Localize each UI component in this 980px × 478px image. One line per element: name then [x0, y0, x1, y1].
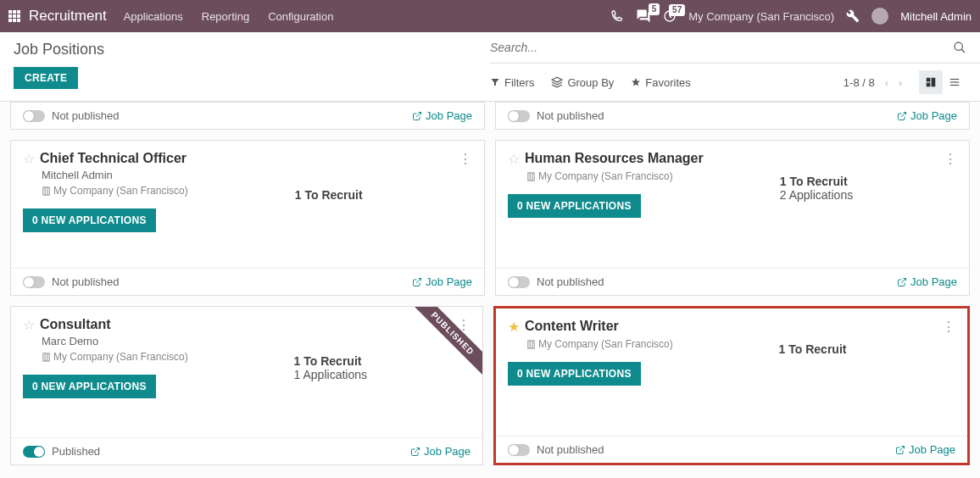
publish-status: Not published [537, 275, 604, 288]
job-page-link[interactable]: Job Page [410, 445, 471, 458]
publish-status: Published [52, 445, 100, 458]
svg-rect-12 [43, 186, 49, 194]
new-applications-button[interactable]: 0 NEW APPLICATIONS [23, 208, 156, 232]
card-menu-icon[interactable]: ⋮ [944, 151, 957, 167]
activity-icon[interactable]: 57 [663, 9, 677, 23]
svg-line-23 [415, 447, 420, 453]
card-menu-icon[interactable]: ⋮ [457, 317, 471, 333]
phone-icon[interactable] [610, 9, 624, 23]
list-view-button[interactable] [943, 70, 966, 94]
kanban-content: Not published Job Page Not published Job… [0, 102, 980, 478]
card-title: Consultant [40, 317, 111, 332]
messages-badge: 5 [649, 3, 660, 15]
groupby-button[interactable]: Group By [551, 76, 614, 89]
pager-prev[interactable]: ‹ [882, 76, 892, 89]
favorite-star[interactable]: ☆ [23, 317, 35, 333]
job-card-content-writer[interactable]: ★ Content Writer ⋮ My Company (San Franc… [493, 306, 970, 465]
job-page-link[interactable]: Job Page [895, 443, 955, 456]
job-card-consultant[interactable]: PUBLISHED ☆ Consultant ⋮ Marc Demo My Co… [10, 306, 483, 465]
external-link-icon [897, 111, 907, 121]
nav-links: Applications Reporting Configuration [124, 10, 334, 23]
filters-button[interactable]: Filters [490, 76, 534, 89]
job-page-link[interactable]: Job Page [412, 275, 472, 288]
building-icon [526, 340, 536, 349]
messages-icon[interactable]: 5 [636, 8, 651, 24]
nav-applications[interactable]: Applications [124, 10, 183, 23]
to-recruit-text: 1 To Recruit [294, 354, 367, 368]
pager: 1-8 / 8 ‹ › [844, 70, 966, 94]
svg-rect-16 [528, 172, 534, 180]
search-input[interactable] [490, 36, 953, 59]
new-applications-button[interactable]: 0 NEW APPLICATIONS [23, 375, 156, 398]
apps-menu-icon[interactable] [8, 10, 20, 22]
user-name[interactable]: Mitchell Admin [900, 10, 972, 23]
card-company: My Company (San Francisco) [538, 170, 673, 182]
svg-rect-6 [927, 83, 931, 87]
favorites-button[interactable]: Favorites [631, 76, 690, 89]
nav-reporting[interactable]: Reporting [202, 10, 249, 23]
publish-status: Not published [537, 109, 604, 122]
star-icon [631, 77, 641, 87]
nav-configuration[interactable]: Configuration [268, 10, 333, 23]
user-avatar[interactable] [871, 8, 888, 25]
svg-rect-24 [528, 340, 534, 347]
debug-icon[interactable] [846, 9, 860, 23]
favorite-star[interactable]: ☆ [508, 151, 520, 167]
svg-line-11 [901, 112, 906, 117]
pager-text: 1-8 / 8 [844, 76, 875, 89]
pager-next[interactable]: › [895, 76, 905, 89]
external-link-icon [895, 445, 905, 455]
svg-rect-5 [932, 78, 936, 87]
topbar: Recruitment Applications Reporting Confi… [0, 0, 980, 32]
company-selector[interactable]: My Company (San Francisco) [688, 10, 834, 23]
publish-toggle[interactable] [23, 110, 45, 122]
new-applications-button[interactable]: 0 NEW APPLICATIONS [508, 194, 641, 218]
publish-status: Not published [537, 443, 604, 456]
kanban-view-button[interactable] [919, 70, 943, 94]
building-icon [42, 186, 51, 196]
external-link-icon [412, 277, 422, 287]
svg-line-2 [961, 49, 965, 53]
svg-line-15 [416, 278, 421, 283]
card-menu-icon[interactable]: ⋮ [459, 151, 472, 167]
building-icon [526, 172, 536, 181]
job-page-link[interactable]: Job Page [897, 109, 957, 122]
card-manager: Mitchell Admin [42, 169, 472, 181]
publish-status: Not published [52, 275, 120, 288]
card-menu-icon[interactable]: ⋮ [942, 319, 955, 335]
filter-icon [490, 77, 500, 87]
card-manager: Marc Demo [42, 335, 471, 347]
card-company: My Company (San Francisco) [538, 338, 673, 350]
app-brand[interactable]: Recruitment [29, 8, 107, 25]
publish-status: Not published [52, 109, 120, 122]
create-button[interactable]: CREATE [14, 67, 78, 89]
job-page-link[interactable]: Job Page [412, 109, 472, 122]
to-recruit-text: 1 To Recruit [780, 175, 853, 188]
publish-toggle[interactable] [508, 276, 530, 288]
card-footer-partial: Not published Job Page [10, 102, 485, 130]
publish-toggle[interactable] [508, 110, 530, 122]
card-company: My Company (San Francisco) [53, 351, 188, 363]
applications-count: 1 Applications [294, 368, 367, 381]
page-title: Job Positions [14, 41, 476, 58]
svg-line-27 [899, 446, 905, 451]
search-icon[interactable] [953, 41, 966, 55]
new-applications-button[interactable]: 0 NEW APPLICATIONS [508, 362, 641, 386]
publish-toggle[interactable] [508, 444, 530, 456]
job-page-link[interactable]: Job Page [897, 275, 957, 288]
publish-toggle[interactable] [23, 446, 45, 458]
favorite-star[interactable]: ★ [508, 319, 520, 335]
card-title: Chief Technical Officer [40, 151, 187, 166]
external-link-icon [410, 447, 420, 457]
control-panel: Job Positions CREATE Filters Group By Fa… [0, 32, 980, 102]
job-card-hrm[interactable]: ☆ Human Resources Manager ⋮ My Company (… [495, 140, 970, 296]
favorite-star[interactable]: ☆ [23, 151, 35, 167]
card-title: Content Writer [525, 319, 619, 334]
job-card-cto[interactable]: ☆ Chief Technical Officer ⋮ Mitchell Adm… [10, 140, 485, 296]
topbar-right: 5 57 My Company (San Francisco) Mitchell… [610, 8, 972, 25]
card-title: Human Resources Manager [525, 151, 704, 166]
publish-toggle[interactable] [23, 276, 45, 288]
external-link-icon [897, 277, 907, 287]
svg-marker-3 [553, 77, 563, 82]
card-footer-partial: Not published Job Page [495, 102, 970, 130]
